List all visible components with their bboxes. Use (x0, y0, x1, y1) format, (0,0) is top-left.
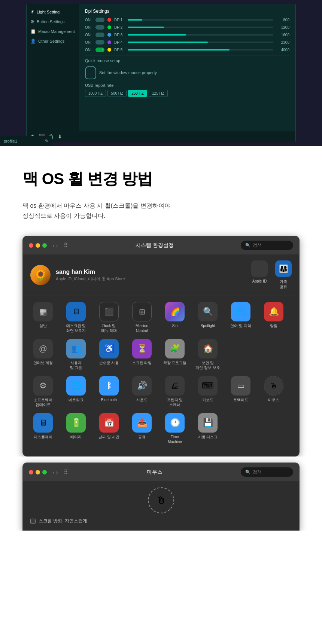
sidebar-item-button[interactable]: ⚙ Button Settings (27, 17, 79, 27)
bluetooth-icon: ᛒ (99, 376, 119, 396)
settings-item-screen-time[interactable]: ⏳ 스크린 타임 (125, 339, 158, 365)
usb-buttons: 1000 HZ 500 HZ 250 HZ 125 HZ (85, 90, 289, 97)
dpi3-toggle[interactable] (95, 33, 104, 37)
settings-item-internet[interactable]: @ 인터넷 계정 (27, 339, 60, 365)
sidebar-item-other[interactable]: 👤 Other Settings (27, 36, 79, 46)
profile-edit-icon[interactable]: ✎ (45, 138, 49, 142)
maximize-button[interactable] (42, 243, 47, 248)
scroll-direction-label: 스크롤 방향: 자연스럽게 (39, 518, 87, 524)
settings-item-security[interactable]: 🏠 보안 및개인 정보 보호 (191, 339, 224, 370)
settings-item-printer[interactable]: 🖨 프린터 및스캐너 (158, 376, 191, 407)
desktop-icon: 🖥 (66, 302, 86, 321)
settings-item-users[interactable]: 👥 사용자및 그룹 (60, 339, 92, 370)
settings-item-software[interactable]: ⚙ 소프트웨어업데이트 (27, 376, 60, 407)
bottom-search-placeholder: 검색 (253, 469, 262, 475)
dpi4-slider[interactable] (128, 42, 273, 43)
dpi2-slider[interactable] (128, 27, 273, 28)
settings-item-mouse[interactable]: 🖱 마우스 (257, 376, 290, 402)
user-avatar[interactable]: 🌻 (30, 265, 51, 285)
usb-btn-250[interactable]: 250 HZ (128, 90, 147, 97)
apple-id-label: Apple ID (252, 279, 267, 283)
settings-item-network[interactable]: 🌐 네트워크 (60, 376, 92, 402)
dpi-sidebar: ☀ Light Setting ⚙ Button Settings 📋 Macr… (27, 4, 79, 131)
settings-item-sharing[interactable]: 📤 공유 (125, 413, 158, 439)
settings-row-1: ▦ 일반 🖥 데스크탑 및화면 보호기 ⬛ Dock 및메뉴 막대 (27, 302, 295, 333)
bottom-minimize-button[interactable] (36, 470, 40, 474)
macro-icon: 📋 (30, 29, 36, 34)
mission-icon: ⊞ (132, 302, 152, 321)
settings-item-startup[interactable]: 💾 시동 디스크 (191, 413, 224, 439)
bottom-screenshot-section: ‹ › ⠿ 마우스 🔍 검색 🖱 스크롤 방향: 자연스럽게 (0, 457, 322, 531)
back-arrow[interactable]: ‹ (53, 242, 55, 248)
dpi2-toggle[interactable] (95, 25, 104, 30)
internet-icon: @ (33, 339, 53, 358)
dpi5-toggle[interactable]: ✓ (95, 48, 104, 52)
traffic-lights (29, 243, 47, 248)
search-bar[interactable]: 🔍 검색 (241, 241, 293, 250)
dpi-row-4: ON DPI4 2300 (85, 40, 289, 45)
settings-item-extensions[interactable]: 🧩 확장 프로그램 (158, 339, 191, 365)
settings-item-bluetooth[interactable]: ᛒ Bluetooth (92, 376, 125, 402)
settings-item-spotlight[interactable]: 🔍 Spotlight (191, 302, 224, 328)
settings-item-display[interactable]: 🖥 디스플레이 (27, 413, 60, 439)
settings-item-keyboard[interactable]: ⌨ 키보드 (191, 376, 224, 402)
usb-btn-500[interactable]: 500 HZ (107, 90, 127, 97)
bottom-maximize-button[interactable] (42, 470, 47, 474)
settings-item-general[interactable]: ▦ 일반 (27, 302, 60, 328)
nav-arrows: ‹ › (53, 242, 58, 248)
settings-item-dock[interactable]: ⬛ Dock 및메뉴 막대 (92, 302, 125, 333)
trackpad-label: 트랙패드 (233, 397, 248, 402)
dpi1-slider[interactable] (128, 19, 273, 21)
family-sharing-item[interactable]: 👨‍👩‍👧 가족공유 (275, 260, 292, 290)
dpi1-toggle[interactable] (95, 18, 104, 22)
dpi5-slider[interactable] (128, 49, 273, 51)
scroll-direction-checkbox[interactable] (30, 519, 36, 524)
bottom-forward-arrow[interactable]: › (56, 469, 58, 475)
close-button[interactable] (29, 243, 33, 248)
grid-icon[interactable]: ⠿ (64, 242, 68, 249)
dpi3-dot (107, 33, 111, 37)
forward-arrow[interactable]: › (56, 242, 58, 248)
printer-label: 프린터 및스캐너 (167, 397, 183, 407)
settings-item-date[interactable]: 📅 날짜 및 시간 (92, 413, 125, 439)
settings-item-trackpad[interactable]: ▭ 트랙패드 (224, 376, 257, 402)
usb-btn-1000[interactable]: 1000 HZ (85, 90, 106, 97)
settings-item-sound[interactable]: 🔊 사운드 (125, 376, 158, 402)
settings-item-mission[interactable]: ⊞ MissionControl (125, 302, 158, 333)
language-label: 언어 및 지역 (230, 323, 251, 328)
software-icon: ⚙ (33, 376, 53, 396)
settings-item-siri[interactable]: 🌈 Siri (158, 302, 191, 328)
user-name: sang han Kim (56, 269, 125, 275)
apple-id-icon (251, 260, 268, 277)
settings-item-battery[interactable]: 🔋 배터리 (60, 413, 92, 439)
settings-item-timemachine[interactable]: 🕐 TimeMachine (158, 413, 191, 444)
sidebar-item-light[interactable]: ☀ Light Setting (27, 7, 79, 17)
bottom-search-icon: 🔍 (245, 470, 250, 474)
date-label: 날짜 및 시간 (98, 434, 119, 439)
settings-item-desktop[interactable]: 🖥 데스크탑 및화면 보호기 (60, 302, 92, 333)
dpi-bottom-bar: ⬆ ⬛ 🗑 ⬇ (27, 131, 295, 142)
settings-item-accessibility[interactable]: ♿ 손쉬운 사용 (92, 339, 125, 365)
sidebar-item-macro[interactable]: 📋 Macro Management (27, 27, 79, 36)
mouse-wrapper: 🖱 (264, 376, 283, 396)
dpi4-toggle[interactable] (95, 40, 104, 45)
minimize-button[interactable] (36, 243, 40, 248)
mouse-label: 마우스 (268, 397, 279, 402)
bottom-close-button[interactable] (29, 470, 33, 474)
settings-item-language[interactable]: 🌐 언어 및 지역 (224, 302, 257, 328)
dock-label: Dock 및메뉴 막대 (101, 323, 117, 333)
user-info: sang han Kim Apple ID, iCloud, 미디어 및 App… (56, 269, 125, 282)
dpi3-slider[interactable] (128, 34, 273, 36)
bottom-back-arrow[interactable]: ‹ (53, 469, 55, 475)
bottom-search-bar[interactable]: 🔍 검색 (241, 467, 293, 477)
bottom-icon-settings[interactable]: ⬇ (58, 134, 62, 140)
desc-line1: 맥 os 환경에서 마우스 사용 시 휠(스크롤)을 변경하여야 (22, 202, 170, 209)
light-icon: ☀ (30, 9, 34, 15)
apple-id-item[interactable]: Apple ID (251, 260, 268, 290)
settings-item-notifications[interactable]: 🔔 알림 (257, 302, 290, 328)
users-icon: 👥 (66, 339, 86, 358)
bottom-grid-icon[interactable]: ⠿ (64, 468, 68, 476)
usb-btn-125[interactable]: 125 HZ (149, 90, 168, 97)
family-emoji: 👨‍👩‍👧 (279, 264, 288, 273)
users-label: 사용자및 그룹 (70, 360, 82, 370)
